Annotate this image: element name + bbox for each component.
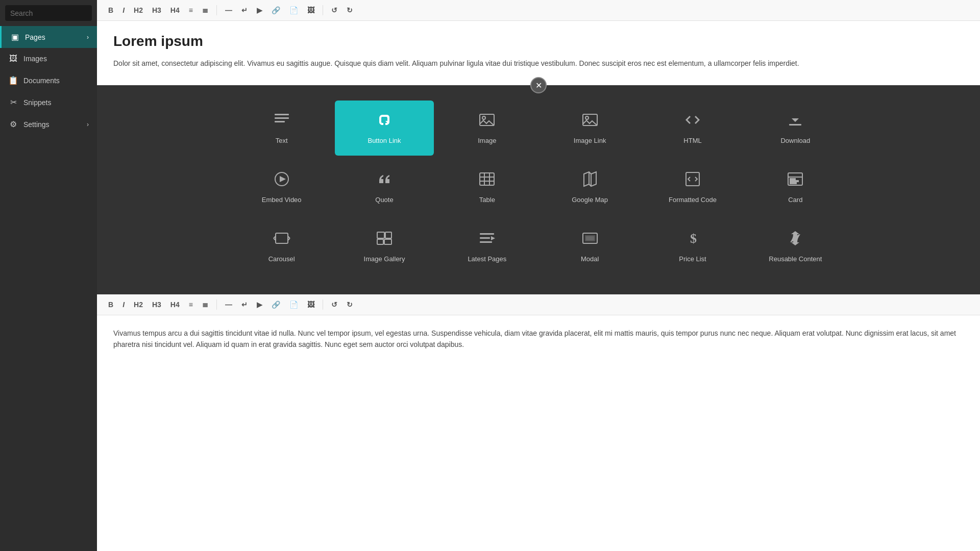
hr-button[interactable]: — [222, 4, 235, 16]
html-block-icon [683, 111, 702, 132]
block-text[interactable]: Text [232, 101, 331, 156]
pages-chevron-icon: › [87, 34, 89, 41]
block-latest-pages[interactable]: Latest Pages [438, 219, 536, 274]
bottom-editor-content: Vivamus tempus arcu a dui sagittis tinci… [97, 315, 980, 367]
image-link-block-label: Image Link [574, 137, 606, 145]
embed-video-block-label: Embed Video [262, 196, 302, 205]
h2-button[interactable]: H2 [131, 4, 146, 16]
text-block-label: Text [276, 137, 288, 145]
svg-rect-29 [480, 241, 492, 243]
table-block-icon [478, 170, 496, 191]
block-image-gallery[interactable]: Image Gallery [335, 219, 433, 274]
block-reusable-content[interactable]: Reusable Content [746, 219, 845, 274]
bottom-redo-button[interactable]: ↻ [344, 298, 356, 311]
svg-rect-23 [377, 232, 384, 238]
svg-text:$: $ [690, 231, 697, 246]
sidebar-item-documents-label: Documents [23, 77, 60, 85]
svg-rect-0 [275, 114, 289, 115]
block-image[interactable]: Image [438, 101, 536, 156]
block-formatted-code[interactable]: Formatted Code [643, 160, 742, 215]
bottom-undo-button[interactable]: ↺ [328, 298, 340, 311]
svg-rect-1 [275, 117, 289, 119]
block-quote[interactable]: Quote [335, 160, 433, 215]
bottom-h2-button[interactable]: H2 [131, 298, 146, 311]
bottom-align-button[interactable]: ≡ [186, 298, 196, 311]
sidebar-item-pages-label: Pages [25, 33, 45, 41]
text-block-icon [273, 111, 291, 132]
enter-button[interactable]: ↵ [238, 4, 251, 16]
formatted-code-block-label: Formatted Code [669, 196, 717, 205]
align-button[interactable]: ≡ [186, 4, 196, 16]
reusable-content-block-icon [786, 229, 804, 250]
undo-button[interactable]: ↺ [328, 4, 340, 16]
block-picker: ✕ Text [97, 85, 980, 294]
block-button-link[interactable]: Button Link [335, 101, 433, 156]
image-block-label: Image [478, 137, 496, 145]
svg-rect-20 [790, 181, 798, 182]
bottom-link-button[interactable]: 🔗 [268, 298, 283, 311]
sidebar-item-snippets[interactable]: ✂ Snippets [0, 91, 97, 113]
card-block-label: Card [788, 196, 802, 205]
sidebar-item-documents[interactable]: 📋 Documents [0, 69, 97, 91]
pages-icon: ▣ [10, 32, 20, 42]
h3-button[interactable]: H3 [149, 4, 164, 16]
quote-block-label: Quote [375, 196, 393, 205]
h4-button[interactable]: H4 [167, 4, 183, 16]
block-table[interactable]: Table [438, 160, 536, 215]
top-toolbar: B I H2 H3 H4 ≡ ≣ — ↵ ▶ 🔗 📄 🖼 ↺ ↻ [97, 0, 980, 21]
image-button[interactable]: 🖼 [304, 4, 317, 16]
sidebar: 🔍 ▣ Pages › 🖼 Images 📋 Documents ✂ Snipp… [0, 0, 97, 551]
bottom-play-button[interactable]: ▶ [254, 298, 265, 311]
sidebar-item-settings-label: Settings [23, 120, 50, 129]
sidebar-item-images[interactable]: 🖼 Images [0, 48, 97, 69]
svg-rect-33 [586, 236, 594, 240]
play-button[interactable]: ▶ [254, 4, 265, 16]
italic-button[interactable]: I [119, 4, 128, 16]
bottom-toolbar-sep-2 [323, 299, 323, 310]
bottom-image-button[interactable]: 🖼 [304, 298, 317, 311]
bottom-list-button[interactable]: ≣ [199, 298, 211, 311]
settings-icon: ⚙ [8, 119, 18, 129]
svg-rect-19 [790, 179, 795, 180]
block-google-map[interactable]: Google Map [541, 160, 639, 215]
block-image-link[interactable]: Image Link [541, 101, 639, 156]
bottom-italic-button[interactable]: I [119, 298, 128, 311]
redo-button[interactable]: ↻ [344, 4, 356, 16]
block-embed-video[interactable]: Embed Video [232, 160, 331, 215]
block-download[interactable]: Download [746, 101, 845, 156]
block-price-list[interactable]: $ Price List [643, 219, 742, 274]
sidebar-item-snippets-label: Snippets [23, 98, 51, 107]
search-bar[interactable]: 🔍 [5, 5, 92, 21]
sidebar-item-settings[interactable]: ⚙ Settings › [0, 113, 97, 135]
toolbar-sep-1 [216, 5, 217, 15]
bottom-bold-button[interactable]: B [105, 298, 116, 311]
close-button[interactable]: ✕ [530, 77, 547, 93]
bottom-editor-block: B I H2 H3 H4 ≡ ≣ — ↵ ▶ 🔗 📄 🖼 ↺ ↻ Vivamus… [97, 294, 980, 551]
search-input[interactable] [10, 9, 100, 17]
svg-rect-26 [384, 239, 391, 244]
bottom-doc-button[interactable]: 📄 [286, 298, 301, 311]
block-carousel[interactable]: Carousel [232, 219, 331, 274]
download-block-icon [786, 111, 804, 132]
block-html[interactable]: HTML [643, 101, 742, 156]
link-button[interactable]: 🔗 [268, 4, 283, 16]
sidebar-item-pages[interactable]: ▣ Pages › [0, 26, 97, 48]
top-editor-block: B I H2 H3 H4 ≡ ≣ — ↵ ▶ 🔗 📄 🖼 ↺ ↻ Lorem i… [97, 0, 980, 85]
bold-button[interactable]: B [105, 4, 116, 16]
bottom-h4-button[interactable]: H4 [167, 298, 183, 311]
bottom-h3-button[interactable]: H3 [149, 298, 164, 311]
doc-button[interactable]: 📄 [286, 4, 301, 16]
list-button[interactable]: ≣ [199, 4, 211, 16]
bottom-enter-button[interactable]: ↵ [238, 298, 251, 311]
bottom-hr-button[interactable]: — [222, 298, 235, 311]
block-card[interactable]: Card [746, 160, 845, 215]
block-modal[interactable]: Modal [541, 219, 639, 274]
svg-rect-2 [275, 121, 285, 122]
svg-marker-30 [491, 236, 495, 240]
carousel-block-label: Carousel [268, 255, 295, 264]
image-gallery-block-label: Image Gallery [364, 255, 405, 264]
toolbar-sep-2 [323, 5, 323, 15]
image-gallery-block-icon [375, 229, 394, 250]
sidebar-item-images-label: Images [23, 55, 47, 63]
button-link-block-label: Button Link [368, 137, 401, 145]
